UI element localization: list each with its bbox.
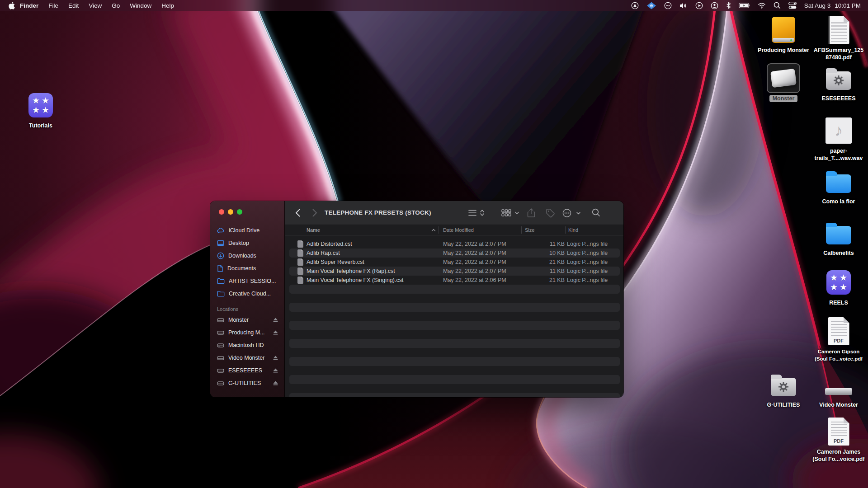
- file-row[interactable]: Adlib Distorted.cst May 22, 2022 at 2:07…: [285, 239, 623, 249]
- more-options-button[interactable]: [562, 208, 582, 220]
- menu-view[interactable]: View: [84, 2, 107, 9]
- file-row[interactable]: Main Vocal Telephone FX (Rap).cst May 22…: [285, 267, 623, 276]
- file-icon: [297, 249, 303, 257]
- folder-icon: [217, 291, 225, 297]
- view-mode-button[interactable]: [468, 208, 486, 219]
- sidebar-item-icloud-drive[interactable]: iCloud Drive: [210, 224, 284, 237]
- zoom-button[interactable]: [237, 209, 242, 215]
- smart-folder-icon: [771, 378, 796, 396]
- forward-button[interactable]: [312, 209, 317, 219]
- menu-help[interactable]: Help: [156, 2, 179, 9]
- desktop: Finder File Edit View Go Window Help: [0, 0, 868, 488]
- sort-ascending-icon: [431, 228, 436, 232]
- tutorials-app-icon: ★★★★: [28, 93, 53, 117]
- sidebar-item-artist-sessions[interactable]: ARTIST SESSIO...: [210, 275, 284, 287]
- document-icon: [217, 265, 223, 272]
- sidebar-item-video-monster[interactable]: Video Monster: [210, 352, 284, 364]
- eject-icon[interactable]: [273, 317, 278, 323]
- sidebar-item-g-utilities[interactable]: G-UTILITIES: [210, 377, 284, 389]
- desktop-icon-cameron-gipson-pdf[interactable]: PDF Cameron Gipson (Soul Fo...voice.pdf: [802, 316, 868, 362]
- sidebar-item-downloads[interactable]: Downloads: [210, 249, 284, 262]
- minimize-button[interactable]: [228, 209, 233, 215]
- sidebar-item-macintosh-hd[interactable]: Macintosh HD: [210, 339, 284, 352]
- column-kind[interactable]: Kind: [568, 227, 578, 233]
- menu-file[interactable]: File: [43, 2, 63, 9]
- pdf-file-icon: PDF: [828, 317, 849, 345]
- eject-icon[interactable]: [273, 380, 278, 386]
- desktop-icon-tutorials[interactable]: ★★★★ Tutorials: [4, 90, 78, 129]
- document-icon: [828, 16, 849, 44]
- file-icon: [297, 277, 303, 284]
- creative-cloud-icon[interactable]: [664, 2, 672, 9]
- empty-row-stripe: [289, 339, 620, 348]
- share-button[interactable]: [527, 208, 535, 220]
- eject-icon[interactable]: [273, 368, 278, 373]
- drive-icon: [217, 355, 224, 361]
- spotlight-icon[interactable]: [774, 2, 781, 9]
- volume-icon[interactable]: [679, 2, 688, 9]
- white-drive-icon: [770, 69, 797, 88]
- finder-window: iCloud Drive Desktop Downloads Documents…: [210, 201, 623, 397]
- search-button[interactable]: [592, 208, 600, 219]
- menu-go[interactable]: Go: [107, 2, 125, 9]
- drive-icon: [217, 380, 224, 386]
- file-list: Adlib Distorted.cst May 22, 2022 at 2:07…: [285, 235, 623, 397]
- window-title: TELEPHONE FX PRESETS (STOCK): [325, 209, 431, 216]
- sidebar-section-locations: Locations: [210, 300, 284, 314]
- sidebar-item-producing-m[interactable]: Producing M...: [210, 326, 284, 339]
- back-button[interactable]: [295, 209, 300, 219]
- desktop-icon-afbsummary-pdf[interactable]: AFBSummary_12587480.pdf: [802, 15, 868, 61]
- desktop-icon-reels[interactable]: ★★★★ REELS: [802, 267, 868, 306]
- menu-clock[interactable]: Sat Aug 3 10:01 PM: [804, 2, 861, 9]
- control-center-icon[interactable]: [788, 2, 797, 9]
- file-icon: [297, 258, 303, 266]
- sidebar-item-documents[interactable]: Documents: [210, 262, 284, 275]
- apple-menu[interactable]: [8, 2, 15, 9]
- audio-file-icon: ♪: [826, 117, 852, 144]
- now-playing-icon[interactable]: [695, 2, 703, 9]
- empty-row-stripe: [289, 357, 620, 366]
- group-button[interactable]: [501, 208, 521, 219]
- column-size[interactable]: Size: [525, 227, 534, 233]
- eject-icon[interactable]: [273, 330, 278, 335]
- finder-sidebar: iCloud Drive Desktop Downloads Documents…: [210, 201, 285, 397]
- folder-icon: [826, 174, 851, 193]
- desktop-icon-calbenefits[interactable]: Calbenefits: [802, 218, 868, 257]
- downloads-icon: [217, 252, 224, 259]
- file-row[interactable]: Adlib Rap.cst May 22, 2022 at 2:07 PM 10…: [285, 249, 623, 258]
- column-date-modified[interactable]: Date Modified: [443, 227, 474, 233]
- menu-finder[interactable]: Finder: [15, 2, 43, 9]
- drive-icon: [217, 343, 224, 348]
- empty-row-stripe: [289, 393, 620, 397]
- bluetooth-icon[interactable]: [726, 2, 731, 9]
- desktop-icon-como-la-flor[interactable]: Como la flor: [802, 166, 868, 205]
- user-switch-icon[interactable]: [711, 2, 718, 9]
- desktop-icon-cameron-james-pdf[interactable]: PDF Cameron James (Soul Fo...voice.pdf: [802, 417, 868, 463]
- close-button[interactable]: [219, 209, 224, 215]
- empty-row-stripe: [289, 285, 620, 294]
- column-name[interactable]: Name: [307, 227, 320, 233]
- diamond-audio-icon[interactable]: [646, 2, 656, 9]
- tag-button[interactable]: [546, 208, 555, 220]
- cloud-icon: [217, 227, 225, 234]
- wifi-icon[interactable]: [758, 3, 766, 9]
- smart-folder-icon: [826, 71, 851, 90]
- desktop-icon-video-monster[interactable]: Video Monster: [802, 370, 868, 408]
- desktop-icon-paper-trails-wav[interactable]: ♪ paper-trails_T....wav.wav: [802, 116, 868, 162]
- file-row[interactable]: Adlib Super Reverb.cst May 22, 2022 at 2…: [285, 258, 623, 267]
- folder-icon: [217, 278, 225, 284]
- sidebar-item-creative-cloud[interactable]: Creative Cloud...: [210, 287, 284, 300]
- file-row[interactable]: Main Vocal Telephone FX (Singing).cst Ma…: [285, 276, 623, 285]
- desktop-icon-eseseeees[interactable]: ESESEEEES: [802, 63, 868, 102]
- eject-icon[interactable]: [273, 355, 278, 361]
- file-icon: [297, 240, 303, 248]
- menu-edit[interactable]: Edit: [63, 2, 84, 9]
- sidebar-item-monster[interactable]: Monster: [210, 314, 284, 326]
- battery-icon[interactable]: [739, 3, 750, 8]
- mountain-circle-icon[interactable]: [631, 2, 639, 9]
- sidebar-item-desktop[interactable]: Desktop: [210, 237, 284, 249]
- drive-icon: [217, 317, 224, 323]
- menu-window[interactable]: Window: [125, 2, 156, 9]
- empty-row-stripe: [289, 375, 620, 384]
- sidebar-item-eseseeees[interactable]: ESESEEEES: [210, 364, 284, 377]
